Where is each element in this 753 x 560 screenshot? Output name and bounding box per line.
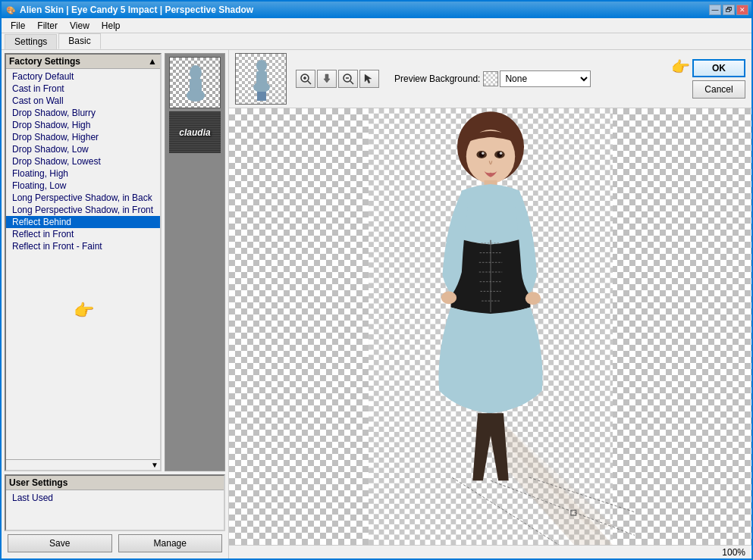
title-bar: 🎨 Alien Skin | Eye Candy 5 Impact | Pers… (2, 2, 751, 18)
scroll-down-icon[interactable]: ▼ (151, 461, 158, 469)
user-settings-list: Last Used (6, 490, 224, 505)
svg-point-27 (441, 291, 456, 304)
preview-bg-select[interactable]: None White Black Custom (500, 70, 591, 87)
restore-button[interactable]: 🗗 (723, 5, 735, 15)
zoom-level: 100% (722, 547, 745, 558)
pan-tool[interactable] (317, 70, 337, 88)
preset-item-floating-high[interactable]: Floating, High (6, 167, 160, 180)
menu-view[interactable]: View (64, 19, 96, 33)
app-icon: 🎨 (5, 4, 17, 16)
preview-thumbnail-small (235, 53, 287, 105)
close-button[interactable]: ✕ (736, 5, 748, 15)
ok-cancel-area: 👉 OK Cancel (692, 59, 745, 99)
preset-item-drop-shadow-lowest[interactable]: Drop Shadow, Lowest (6, 155, 160, 167)
svg-point-5 (256, 60, 267, 72)
preset-item-cast-in-front[interactable]: Cast in Front (6, 83, 160, 95)
tab-basic[interactable]: Basic (58, 33, 100, 49)
preset-item-drop-shadow-high[interactable]: Drop Shadow, High (6, 119, 160, 131)
preset-item-long-back[interactable]: Long Perspective Shadow, in Back (6, 192, 160, 204)
title-buttons: — 🗗 ✕ (709, 5, 748, 15)
user-settings-header: User Settings (6, 476, 224, 490)
preset-item-reflect-behind[interactable]: Reflect Behind (6, 216, 160, 228)
scroll-up-icon[interactable]: ▲ (148, 56, 157, 67)
menu-file[interactable]: File (5, 19, 31, 33)
tabs-bar: Settings Basic (2, 33, 751, 50)
minimize-button[interactable]: — (709, 5, 721, 15)
menu-bar: File Filter View Help (2, 18, 751, 33)
menu-filter[interactable]: Filter (31, 19, 64, 33)
svg-rect-8 (257, 92, 262, 101)
preview-canvas (229, 108, 751, 545)
right-top-bar: Preview Background: None White Black Cus… (229, 50, 751, 108)
hand-pointer-ok: 👉 (671, 58, 690, 76)
user-settings-last-used[interactable]: Last Used (6, 492, 224, 504)
svg-point-28 (525, 292, 540, 305)
zoom-in-icon (300, 73, 312, 85)
claudia-preview: claudia (169, 111, 221, 153)
preset-item-reflect-front[interactable]: Reflect in Front (6, 228, 160, 240)
preset-section-header: Factory Settings ▲ (6, 55, 160, 69)
small-thumbnail-svg (236, 54, 287, 105)
preview-image (347, 108, 635, 545)
toolbar-group (296, 70, 379, 88)
preview-bg-label: Preview Background: (394, 74, 480, 84)
left-panel: Factory Settings ▲ Factory Default Cast … (2, 50, 229, 558)
claudia-label: claudia (179, 127, 210, 138)
preset-item-drop-shadow-higher[interactable]: Drop Shadow, Higher (6, 131, 160, 143)
preset-list: Factory Default Cast in Front Cast on Wa… (6, 69, 160, 254)
main-content: Factory Settings ▲ Factory Default Cast … (2, 50, 751, 558)
right-panel: Preview Background: None White Black Cus… (229, 50, 751, 558)
preset-item-drop-shadow-blurry[interactable]: Drop Shadow, Blurry (6, 107, 160, 119)
svg-line-15 (350, 81, 353, 84)
bottom-buttons: Save Manage (2, 531, 228, 558)
svg-point-34 (499, 152, 501, 155)
pan-icon (321, 73, 333, 85)
svg-point-1 (190, 65, 202, 80)
preset-item-drop-shadow-low[interactable]: Drop Shadow, Low (6, 143, 160, 155)
save-button[interactable]: Save (8, 534, 112, 552)
svg-point-7 (253, 82, 270, 92)
preset-item-factory-default[interactable]: Factory Default (6, 70, 160, 83)
preset-item-long-front[interactable]: Long Perspective Shadow, in Front (6, 204, 160, 216)
tab-settings[interactable]: Settings (5, 34, 57, 49)
ok-button[interactable]: OK (692, 59, 745, 77)
manage-button[interactable]: Manage (118, 534, 223, 552)
svg-point-33 (482, 152, 484, 155)
status-bar: 100% (229, 545, 751, 558)
preset-list-container[interactable]: Factory Default Cast in Front Cast on Wa… (6, 69, 160, 459)
preset-item-cast-on-wall[interactable]: Cast on Wall (6, 95, 160, 107)
cancel-button[interactable]: Cancel (692, 80, 745, 99)
user-settings-section: User Settings Last Used (5, 474, 225, 531)
preset-item-floating-low[interactable]: Floating, Low (6, 180, 160, 192)
thumbnail-svg (170, 58, 221, 108)
svg-line-11 (308, 81, 311, 84)
select-tool[interactable] (359, 70, 379, 88)
zoom-in-tool[interactable] (296, 70, 315, 88)
window-title: Alien Skin | Eye Candy 5 Impact | Perspe… (20, 5, 709, 15)
zoom-out-icon (342, 73, 354, 85)
preset-item-reflect-front-faint[interactable]: Reflect in Front - Faint (6, 240, 160, 252)
preset-thumbnail (169, 57, 221, 108)
zoom-out-tool[interactable] (338, 70, 358, 88)
select-icon (363, 73, 375, 85)
preview-bg-icon (483, 71, 498, 86)
svg-point-3 (187, 89, 205, 102)
svg-rect-9 (262, 92, 266, 101)
main-window: 🎨 Alien Skin | Eye Candy 5 Impact | Pers… (0, 0, 753, 560)
menu-help[interactable]: Help (96, 19, 127, 33)
